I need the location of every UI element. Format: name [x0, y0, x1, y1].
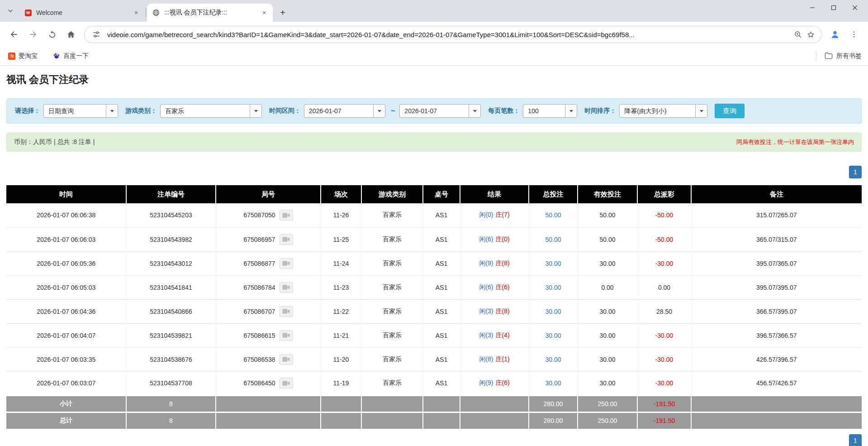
result-player: 闲(3)	[479, 331, 493, 339]
chevron-down-icon[interactable]	[565, 105, 577, 117]
search-button[interactable]: 查询	[715, 104, 745, 118]
taobao-icon: 淘	[8, 53, 15, 60]
bookmark-baidu[interactable]: 百度一下	[51, 50, 90, 62]
cell-bet-id: 523104539821	[126, 323, 216, 347]
forward-button[interactable]	[24, 26, 42, 43]
result-banker: 庄(6)	[496, 379, 510, 386]
tab-title: Welcome	[36, 9, 129, 16]
total-bet-link[interactable]: 50.00	[545, 236, 561, 243]
empty-cell	[460, 412, 529, 429]
cell-result: 闲(6)庄(0)	[460, 227, 529, 251]
maximize-button[interactable]	[823, 0, 844, 15]
total-bet-link[interactable]: 30.00	[545, 260, 561, 267]
tab-welcome[interactable]: W Welcome ×	[19, 4, 145, 22]
cell-result: 闲(0)庄(7)	[460, 203, 529, 227]
game-kind-select[interactable]: 百家乐	[160, 104, 262, 118]
total-bet-link[interactable]: 30.00	[545, 379, 561, 387]
tab-bet-record[interactable]: :::视讯 会员下注纪录::: ×	[147, 4, 273, 22]
page-size-select[interactable]: 100	[523, 104, 577, 118]
site-settings-tune-icon[interactable]	[90, 28, 103, 41]
cell-time: 2026-01-07 06:04:36	[6, 299, 126, 323]
cell-session: 11-20	[321, 347, 361, 371]
cell-game: 百家乐	[361, 203, 423, 227]
video-replay-icon[interactable]	[280, 378, 293, 388]
total-payout: -191.50	[637, 412, 691, 429]
pagination-page-button[interactable]: 1	[849, 434, 862, 446]
empty-cell	[423, 395, 460, 412]
total-bet-link[interactable]: 30.00	[545, 284, 561, 291]
chevron-down-icon[interactable]	[106, 105, 118, 117]
result-banker: 庄(7)	[496, 211, 510, 218]
all-bookmarks[interactable]: 所有书签	[816, 52, 862, 61]
video-replay-icon[interactable]	[280, 354, 293, 365]
query-type-select[interactable]: 日期查询	[43, 104, 118, 118]
result-banker: 庄(4)	[496, 331, 510, 339]
total-bet-link[interactable]: 30.00	[545, 356, 561, 363]
close-button[interactable]	[844, 0, 865, 15]
chevron-down-icon[interactable]	[469, 105, 480, 117]
chevron-down-icon[interactable]	[373, 105, 385, 117]
date-start-select[interactable]: 2026-01-07	[304, 104, 385, 118]
bet-record-table: 时间注单编号局号场次游戏类别桌号结果总投注有效投注总派彩备注 2026-01-0…	[6, 185, 862, 429]
cell-total-bet: 30.00	[529, 299, 578, 323]
total-bet-link[interactable]: 30.00	[545, 332, 561, 339]
column-header: 有效投注	[578, 185, 637, 203]
total-bet-link[interactable]: 50.00	[545, 211, 561, 219]
total-count: 8	[126, 412, 216, 429]
table-row: 2026-01-07 06:03:35 523104538676 6750865…	[6, 347, 862, 371]
game-kind-value: 百家乐	[161, 105, 250, 117]
date-range-label: 时间区间：	[269, 107, 301, 115]
total-bet-link[interactable]: 30.00	[545, 308, 561, 315]
sort-select[interactable]: 降幂(由大到小)	[619, 104, 707, 118]
bookmark-aitaobao[interactable]: 淘 爱淘宝	[6, 50, 39, 62]
video-replay-icon[interactable]	[280, 258, 293, 269]
video-replay-icon[interactable]	[280, 306, 293, 317]
back-button[interactable]	[5, 26, 23, 43]
result-player: 闲(0)	[479, 211, 493, 218]
url-text[interactable]: videoie.com/game/betrecord_search/kind3?…	[107, 31, 792, 38]
page-content: 视讯 会员下注纪录 请选择： 日期查询 游戏类别： 百家乐 时间区间： 2026…	[0, 66, 868, 446]
tab-close-icon[interactable]: ×	[132, 9, 140, 17]
video-replay-icon[interactable]	[280, 234, 293, 245]
tab-close-icon[interactable]: ×	[260, 9, 268, 17]
pagination-page-button[interactable]: 1	[849, 166, 862, 178]
cell-time: 2026-01-07 06:03:35	[6, 347, 126, 371]
result-banker: 庄(1)	[496, 355, 510, 363]
round-number: 675086957	[243, 236, 275, 243]
chevron-down-icon[interactable]	[695, 105, 707, 117]
result-player: 闲(6)	[479, 283, 493, 291]
video-replay-icon[interactable]	[280, 282, 293, 293]
notice-text: 同局有效投注，统一计算在该局第一张注单内	[736, 138, 854, 146]
menu-kebab-icon[interactable]	[845, 26, 863, 43]
home-button[interactable]	[62, 26, 80, 43]
minimize-button[interactable]	[802, 0, 823, 15]
cell-result: 闲(3)庄(8)	[460, 299, 529, 323]
profile-avatar-icon[interactable]	[826, 26, 844, 43]
address-bar[interactable]: videoie.com/game/betrecord_search/kind3?…	[84, 26, 822, 43]
subtotal-label: 小计	[6, 395, 126, 412]
empty-cell	[361, 395, 423, 412]
pagination-top: 1	[6, 166, 862, 178]
date-end-value: 2026-01-07	[400, 105, 469, 117]
result-banker: 庄(8)	[496, 307, 510, 315]
video-replay-icon[interactable]	[280, 330, 293, 341]
result-player: 闲(9)	[479, 259, 493, 267]
total-label: 总计	[6, 412, 126, 429]
zoom-magnifier-icon[interactable]	[792, 28, 804, 41]
cell-session: 11-23	[321, 275, 361, 299]
cell-note: 456.57/426.57	[691, 371, 862, 395]
cell-round: 675086707	[216, 299, 321, 323]
date-end-select[interactable]: 2026-01-07	[399, 104, 481, 118]
cell-note: 426.57/396.57	[691, 347, 862, 371]
reload-button[interactable]	[43, 26, 61, 43]
total-valid-bet: 250.00	[578, 412, 637, 429]
new-tab-button[interactable]: +	[276, 6, 289, 19]
cell-time: 2026-01-07 06:06:03	[6, 227, 126, 251]
query-type-value: 日期查询	[44, 105, 106, 117]
tab-search-chevron-icon[interactable]	[4, 4, 17, 18]
chevron-down-icon[interactable]	[250, 105, 261, 117]
bookmark-star-icon[interactable]	[804, 28, 817, 41]
browser-window: W Welcome × :::视讯 会员下注纪录::: × +	[0, 0, 868, 446]
video-replay-icon[interactable]	[280, 210, 293, 221]
table-row: 2026-01-07 06:06:38 523104545203 6750870…	[6, 203, 862, 227]
